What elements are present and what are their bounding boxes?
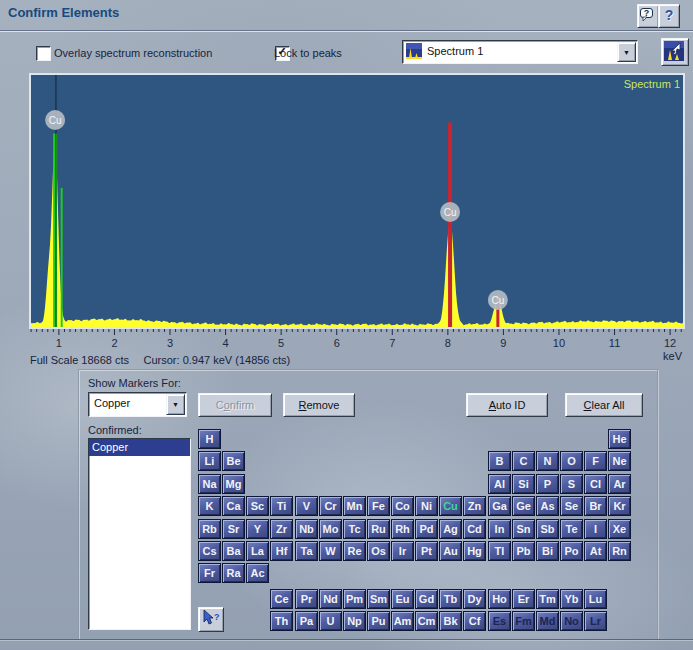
element-Ra[interactable]: Ra [222,563,245,583]
element-Au[interactable]: Au [439,541,462,561]
element-Yb[interactable]: Yb [560,589,583,609]
element-Ge[interactable]: Ge [512,496,535,516]
identify-cursor-button[interactable]: ? [198,607,224,632]
element-O[interactable]: O [560,451,583,471]
help-button[interactable]: ? [658,4,680,28]
confirmed-elements-list[interactable]: Copper [88,438,191,630]
element-H[interactable]: H [198,429,221,449]
element-Si[interactable]: Si [512,474,535,494]
element-Cl[interactable]: Cl [584,474,607,494]
element-Er[interactable]: Er [512,589,535,609]
element-Zr[interactable]: Zr [270,519,293,539]
element-Ag[interactable]: Ag [439,519,462,539]
element-Ac[interactable]: Ac [246,563,269,583]
context-help-button[interactable]: ? [637,4,659,28]
element-Mo[interactable]: Mo [319,519,342,539]
element-Pr[interactable]: Pr [295,589,318,609]
element-Re[interactable]: Re [343,541,366,561]
element-Pm[interactable]: Pm [343,589,366,609]
spectrum-select-dropdown-arrow[interactable]: ▼ [617,42,636,62]
element-Bi[interactable]: Bi [536,541,559,561]
element-Po[interactable]: Po [560,541,583,561]
element-Rb[interactable]: Rb [198,519,221,539]
auto-id-button[interactable]: Auto ID [466,393,548,417]
element-Cd[interactable]: Cd [463,519,486,539]
element-Md[interactable]: Md [536,611,559,631]
spectrum-chart[interactable]: 123456789101112CuCuCuSpectrum 1 [28,70,688,350]
element-Lu[interactable]: Lu [584,589,607,609]
element-Mn[interactable]: Mn [343,496,366,516]
element-Sr[interactable]: Sr [222,519,245,539]
confirm-tool-button[interactable] [661,38,689,66]
element-At[interactable]: At [584,541,607,561]
element-Cs[interactable]: Cs [198,541,221,561]
element-Hg[interactable]: Hg [463,541,486,561]
element-B[interactable]: B [488,451,511,471]
element-Mg[interactable]: Mg [222,474,245,494]
element-W[interactable]: W [319,541,342,561]
element-Ru[interactable]: Ru [367,519,390,539]
element-As[interactable]: As [536,496,559,516]
element-Tm[interactable]: Tm [536,589,559,609]
element-Se[interactable]: Se [560,496,583,516]
element-Fe[interactable]: Fe [367,496,390,516]
element-Zn[interactable]: Zn [463,496,486,516]
element-Sb[interactable]: Sb [536,519,559,539]
element-Sn[interactable]: Sn [512,519,535,539]
element-Pa[interactable]: Pa [295,611,318,631]
element-I[interactable]: I [584,519,607,539]
element-P[interactable]: P [536,474,559,494]
element-Th[interactable]: Th [270,611,293,631]
element-Bk[interactable]: Bk [439,611,462,631]
element-Be[interactable]: Be [222,451,245,471]
element-U[interactable]: U [319,611,342,631]
element-Am[interactable]: Am [391,611,414,631]
element-Sc[interactable]: Sc [246,496,269,516]
element-Os[interactable]: Os [367,541,390,561]
element-Tl[interactable]: Tl [488,541,511,561]
element-Dy[interactable]: Dy [463,589,486,609]
element-Br[interactable]: Br [584,496,607,516]
overlay-reconstruction-checkbox[interactable] [36,46,51,61]
element-Ca[interactable]: Ca [222,496,245,516]
element-Ho[interactable]: Ho [488,589,511,609]
element-Hf[interactable]: Hf [270,541,293,561]
element-Pu[interactable]: Pu [367,611,390,631]
element-Gd[interactable]: Gd [415,589,438,609]
element-Tc[interactable]: Tc [343,519,366,539]
element-Co[interactable]: Co [391,496,414,516]
element-select-dropdown-arrow[interactable]: ▼ [166,394,185,415]
element-In[interactable]: In [488,519,511,539]
element-Pb[interactable]: Pb [512,541,535,561]
element-Ne[interactable]: Ne [608,451,631,471]
element-Ir[interactable]: Ir [391,541,414,561]
element-Y[interactable]: Y [246,519,269,539]
element-C[interactable]: C [512,451,535,471]
spectrum-select[interactable]: Spectrum 1 ▼ [402,40,638,64]
element-Cm[interactable]: Cm [415,611,438,631]
element-S[interactable]: S [560,474,583,494]
element-Nb[interactable]: Nb [295,519,318,539]
element-Kr[interactable]: Kr [608,496,631,516]
element-Cr[interactable]: Cr [319,496,342,516]
element-Pt[interactable]: Pt [415,541,438,561]
element-Ba[interactable]: Ba [222,541,245,561]
element-Es[interactable]: Es [488,611,511,631]
element-N[interactable]: N [536,451,559,471]
element-Cf[interactable]: Cf [463,611,486,631]
remove-button[interactable]: Remove [283,393,355,417]
element-No[interactable]: No [560,611,583,631]
element-Fr[interactable]: Fr [198,563,221,583]
element-Ti[interactable]: Ti [270,496,293,516]
element-Rn[interactable]: Rn [608,541,631,561]
element-Ta[interactable]: Ta [295,541,318,561]
element-Xe[interactable]: Xe [608,519,631,539]
element-Rh[interactable]: Rh [391,519,414,539]
element-Pd[interactable]: Pd [415,519,438,539]
element-Na[interactable]: Na [198,474,221,494]
element-Te[interactable]: Te [560,519,583,539]
element-Ce[interactable]: Ce [270,589,293,609]
element-Cu[interactable]: Cu [439,496,462,516]
element-select[interactable]: Copper ▼ [88,392,187,417]
element-Eu[interactable]: Eu [391,589,414,609]
